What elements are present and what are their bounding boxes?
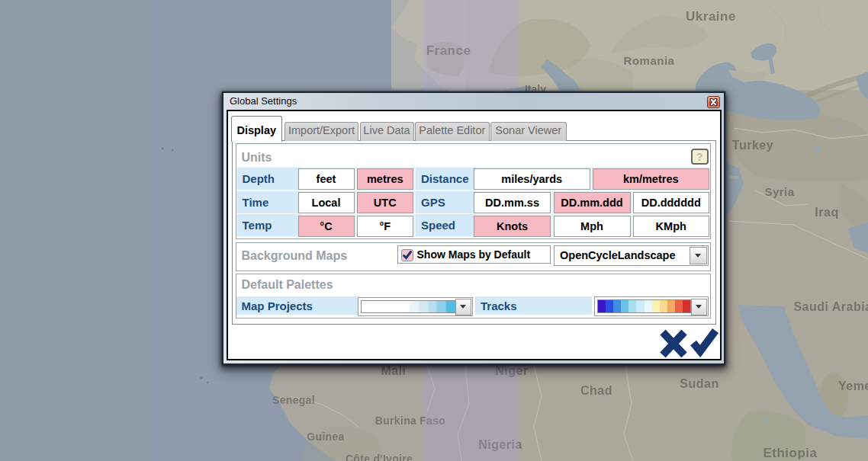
- svg-text:Romania: Romania: [624, 54, 675, 67]
- svg-text:Chad: Chad: [580, 384, 612, 397]
- svg-text:Ukraine: Ukraine: [686, 9, 736, 24]
- svg-text:Saudi Arabia: Saudi Arabia: [793, 300, 868, 313]
- svg-text:Sudan: Sudan: [680, 377, 719, 390]
- svg-text:Iraq: Iraq: [815, 206, 838, 219]
- svg-text:Turkey: Turkey: [732, 139, 773, 152]
- svg-text:Syria: Syria: [764, 185, 794, 198]
- svg-text:Ethiopia: Ethiopia: [763, 446, 817, 460]
- svg-text:Yemen: Yemen: [838, 379, 868, 392]
